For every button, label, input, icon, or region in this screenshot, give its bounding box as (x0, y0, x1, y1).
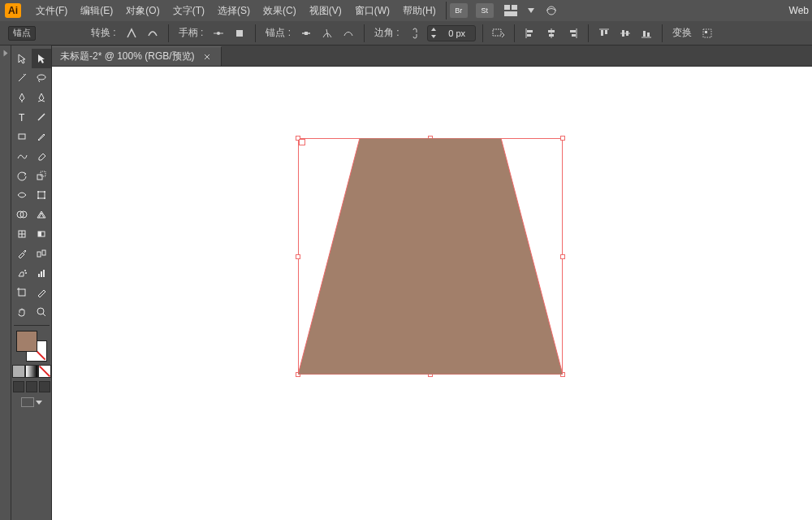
menu-effect[interactable]: 效果(C) (257, 0, 303, 21)
zoom-tool[interactable] (32, 302, 51, 322)
controlbar-sep-7 (662, 24, 663, 42)
handle-show-icon[interactable] (209, 24, 227, 42)
align-vcenter-icon[interactable] (616, 24, 634, 42)
shape-builder-tool[interactable] (12, 205, 32, 224)
menu-object[interactable]: 对象(O) (119, 0, 166, 21)
artboard-tool[interactable] (12, 283, 32, 302)
close-tab-button[interactable] (201, 51, 213, 63)
eraser-tool[interactable] (32, 146, 51, 166)
color-mode-row (12, 365, 51, 378)
link-corner-icon[interactable] (406, 24, 424, 42)
document-tab[interactable]: 未标题-2* @ 100% (RGB/预览) (52, 46, 222, 66)
svg-point-30 (37, 75, 45, 80)
eyedropper-tool[interactable] (12, 244, 32, 263)
svg-marker-63 (298, 138, 563, 375)
tool-panel: T (11, 46, 52, 520)
draw-inside-icon[interactable] (39, 381, 50, 392)
controlbar-sep-2 (255, 24, 256, 42)
symbol-sprayer-tool[interactable] (12, 263, 32, 283)
svg-rect-20 (601, 30, 603, 36)
svg-point-51 (24, 270, 26, 271)
hand-tool[interactable] (12, 302, 32, 322)
lasso-tool[interactable] (32, 68, 51, 88)
app-logo[interactable]: Ai (5, 3, 21, 18)
column-graph-tool[interactable] (32, 263, 51, 283)
corner-step-up[interactable] (428, 26, 439, 33)
align-top-icon[interactable] (595, 24, 613, 42)
trapezoid-shape[interactable] (298, 138, 563, 375)
toolbar-collapse-caret-icon[interactable] (2, 49, 10, 57)
menubar-separator (446, 2, 447, 20)
screen-mode-button[interactable] (21, 397, 42, 407)
corner-step-down[interactable] (428, 33, 439, 41)
menu-view[interactable]: 视图(V) (303, 0, 348, 21)
menu-file[interactable]: 文件(F) (29, 0, 74, 21)
draw-behind-icon[interactable] (26, 381, 37, 392)
direct-selection-tool[interactable] (32, 49, 51, 68)
gpu-preview-icon[interactable] (542, 2, 560, 20)
screen-mode-icon (21, 397, 34, 407)
selection-tool[interactable] (12, 49, 32, 68)
isolate-icon[interactable] (490, 24, 508, 42)
menu-window[interactable]: 窗口(W) (348, 0, 396, 21)
convert-corner-icon[interactable] (123, 24, 140, 42)
align-left-icon[interactable] (521, 24, 539, 42)
align-hcenter-icon[interactable] (542, 24, 560, 42)
shaper-tool[interactable] (12, 146, 32, 166)
free-transform-tool[interactable] (32, 185, 51, 205)
paintbrush-tool[interactable] (32, 127, 51, 146)
svg-rect-34 (19, 134, 25, 139)
rectangle-tool[interactable] (12, 127, 32, 146)
pen-tool[interactable] (12, 88, 32, 107)
stock-button[interactable]: St (476, 3, 494, 18)
remove-anchor-icon[interactable] (297, 24, 315, 42)
svg-rect-53 (38, 274, 40, 277)
draw-normal-icon[interactable] (13, 381, 24, 392)
arrange-docs-menu-caret[interactable] (528, 8, 534, 13)
transform-label[interactable]: 变换 (669, 26, 695, 40)
mesh-tool[interactable] (12, 224, 32, 244)
arrange-docs-button[interactable] (502, 2, 520, 20)
magic-wand-tool[interactable] (12, 68, 32, 88)
width-tool[interactable] (12, 185, 32, 205)
blend-tool[interactable] (32, 244, 51, 263)
svg-rect-50 (42, 250, 45, 255)
connect-path-icon[interactable] (339, 24, 357, 42)
object-type-indicator[interactable]: 锚点 (8, 26, 36, 41)
slice-tool[interactable] (32, 283, 51, 302)
menubar: Ai 文件(F) 编辑(E) 对象(O) 文字(T) 选择(S) 效果(C) 视… (0, 0, 812, 21)
align-right-icon[interactable] (564, 24, 581, 42)
corner-stepper[interactable] (428, 26, 439, 41)
color-mode-solid[interactable] (12, 365, 25, 378)
scale-tool[interactable] (32, 166, 51, 185)
fill-swatch[interactable] (16, 331, 37, 352)
workspace-label[interactable]: Web (786, 5, 812, 16)
bridge-button[interactable]: Br (450, 3, 468, 18)
gradient-tool[interactable] (32, 224, 51, 244)
transform-panel-icon[interactable] (698, 24, 716, 42)
color-mode-gradient[interactable] (25, 365, 38, 378)
menu-select[interactable]: 选择(S) (211, 0, 257, 21)
toolbar-collapse-gutter[interactable] (0, 46, 11, 520)
menu-edit[interactable]: 编辑(E) (74, 0, 119, 21)
handle-hide-icon[interactable] (231, 24, 248, 42)
artboard[interactable] (52, 67, 812, 520)
svg-rect-27 (647, 32, 650, 37)
canvas-viewport[interactable] (52, 67, 812, 520)
svg-rect-29 (705, 31, 707, 33)
menu-help[interactable]: 帮助(H) (396, 0, 443, 21)
perspective-grid-tool[interactable] (32, 205, 51, 224)
corner-radius-field[interactable] (427, 25, 476, 41)
corner-radius-input[interactable] (439, 28, 475, 38)
align-bottom-icon[interactable] (637, 24, 655, 42)
fill-stroke-swatch[interactable] (16, 331, 47, 362)
menu-type[interactable]: 文字(T) (166, 0, 211, 21)
svg-point-41 (44, 197, 45, 199)
cut-path-icon[interactable] (318, 24, 336, 42)
curvature-tool[interactable] (32, 88, 51, 107)
line-segment-tool[interactable] (32, 107, 51, 127)
color-mode-none[interactable] (38, 365, 51, 378)
convert-smooth-icon[interactable] (144, 24, 162, 42)
rotate-tool[interactable] (12, 166, 32, 185)
type-tool[interactable]: T (12, 107, 32, 127)
